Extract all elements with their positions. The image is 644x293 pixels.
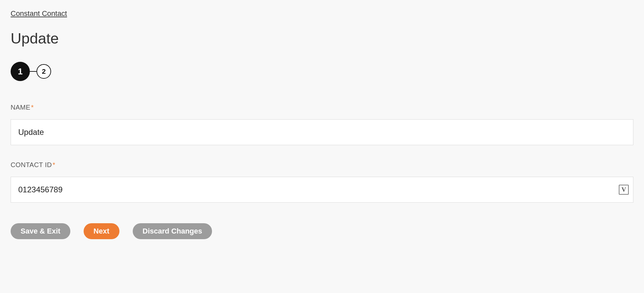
name-input-wrap: [11, 119, 633, 145]
step-connector: [30, 71, 36, 72]
page-root: Constant Contact Update 1 2 NAME* CONTAC…: [0, 0, 644, 252]
name-input[interactable]: [11, 119, 633, 145]
variable-badge-icon[interactable]: V: [619, 185, 629, 195]
save-exit-button[interactable]: Save & Exit: [11, 223, 70, 239]
discard-changes-button[interactable]: Discard Changes: [133, 223, 212, 239]
step-2[interactable]: 2: [36, 64, 51, 79]
required-indicator: *: [52, 161, 55, 168]
contact-id-label-text: CONTACT ID: [11, 161, 52, 168]
stepper: 1 2: [11, 62, 633, 81]
contact-id-input[interactable]: [11, 177, 633, 203]
form-group-contact-id: CONTACT ID* V: [11, 161, 633, 203]
page-title: Update: [11, 30, 633, 47]
contact-id-label: CONTACT ID*: [11, 161, 633, 169]
next-button[interactable]: Next: [84, 223, 119, 239]
required-indicator: *: [31, 104, 34, 111]
breadcrumb-link[interactable]: Constant Contact: [11, 9, 67, 18]
name-label: NAME*: [11, 104, 633, 111]
name-label-text: NAME: [11, 104, 30, 111]
step-1[interactable]: 1: [11, 62, 30, 81]
contact-id-input-wrap: V: [11, 177, 633, 203]
button-row: Save & Exit Next Discard Changes: [11, 223, 633, 239]
form-group-name: NAME*: [11, 104, 633, 145]
